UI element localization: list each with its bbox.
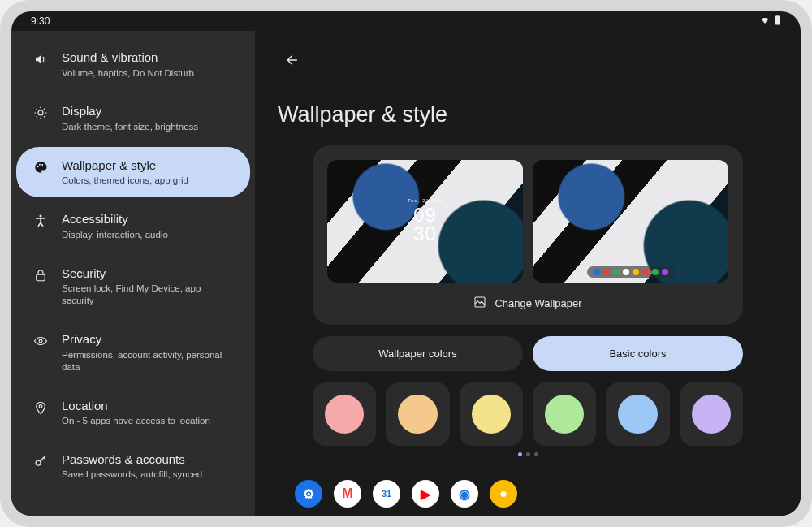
sidebar-item-title: Privacy [62, 331, 234, 348]
page-dot [534, 452, 538, 456]
sidebar-item-subtitle: Colors, themed icons, app grid [62, 175, 188, 187]
taskbar-app-calendar[interactable]: 31 [373, 480, 400, 508]
main-panel: Wallpaper & style Tue, 21 Feb 09 30 [255, 31, 801, 516]
status-icons [759, 15, 781, 28]
tab-wallpaper-label: Wallpaper colors [378, 348, 456, 360]
sidebar-item-subtitle: Volume, haptics, Do Not Disturb [62, 67, 194, 80]
color-circle [398, 395, 438, 434]
svg-rect-0 [775, 15, 780, 24]
palette-icon [32, 159, 49, 175]
color-circle [545, 395, 585, 434]
wifi-icon [759, 15, 771, 28]
tab-basic-colors[interactable]: Basic colors [533, 336, 743, 371]
location-icon [32, 400, 49, 416]
sidebar-item-passwords-accounts[interactable]: Passwords & accountsSaved passwords, aut… [16, 441, 250, 491]
sidebar-item-title: Display [62, 103, 198, 119]
svg-point-4 [39, 164, 41, 166]
change-wallpaper-button[interactable]: Change Wallpaper [327, 294, 728, 313]
svg-rect-1 [776, 15, 779, 15]
privacy-icon [32, 333, 49, 349]
key-icon [32, 453, 49, 469]
svg-rect-7 [37, 274, 45, 281]
body: Sound & vibrationVolume, haptics, Do Not… [11, 31, 801, 516]
color-circle [472, 395, 512, 434]
sidebar-item-subtitle: Saved passwords, autofill, synced [62, 469, 202, 481]
lock-icon [32, 267, 49, 283]
color-circle [325, 395, 365, 434]
wallpaper-previews: Tue, 21 Feb 09 30 [327, 160, 728, 283]
change-wallpaper-label: Change Wallpaper [495, 297, 581, 309]
sidebar-item-subtitle: Permissions, account activity, personal … [62, 349, 234, 374]
status-time: 9:30 [31, 15, 50, 27]
sidebar-item-security[interactable]: SecurityScreen lock, Find My Device, app… [16, 255, 250, 317]
color-swatch-4[interactable] [606, 382, 669, 446]
sidebar-item-sound-vibration[interactable]: Sound & vibrationVolume, haptics, Do Not… [16, 39, 250, 89]
taskbar-app-chrome[interactable]: ◉ [451, 480, 478, 508]
accessibility-icon [32, 213, 49, 229]
color-swatch-5[interactable] [680, 382, 743, 446]
page-dot [526, 452, 530, 456]
page-dot [518, 452, 522, 456]
svg-point-3 [37, 166, 39, 167]
sidebar-item-title: Location [62, 398, 210, 414]
lockscreen-clock: Tue, 21 Feb 09 30 [327, 160, 523, 283]
sidebar-item-subtitle: Display, interaction, audio [62, 229, 168, 241]
battery-icon [774, 15, 781, 28]
color-circle [692, 395, 732, 434]
sidebar-item-accessibility[interactable]: AccessibilityDisplay, interaction, audio [16, 201, 250, 251]
sidebar-item-privacy[interactable]: PrivacyPermissions, account activity, pe… [16, 321, 250, 383]
back-button[interactable] [278, 45, 307, 75]
clock-min: 30 [413, 225, 437, 244]
sidebar-item-subtitle: Screen lock, Find My Device, app securit… [62, 283, 234, 307]
color-source-tabs: Wallpaper colors Basic colors [313, 336, 743, 371]
page-title: Wallpaper & style [278, 102, 778, 127]
svg-point-9 [39, 404, 42, 408]
taskbar-app-youtube[interactable]: ▶ [412, 480, 439, 508]
sidebar-item-location[interactable]: LocationOn - 5 apps have access to locat… [16, 387, 250, 438]
tablet-frame: 9:30 Sound & vibrationVolume, haptics, D… [0, 0, 812, 527]
color-swatch-0[interactable] [313, 382, 376, 446]
svg-point-6 [40, 215, 42, 218]
sidebar-item-title: Passwords & accounts [62, 451, 202, 468]
sidebar-item-subtitle: Dark theme, font size, brightness [62, 121, 198, 133]
wallpaper-icon [473, 296, 486, 312]
preview-lockscreen[interactable]: Tue, 21 Feb 09 30 [327, 160, 523, 283]
taskbar-app-keep[interactable]: ● [490, 480, 517, 508]
brightness-icon [32, 105, 49, 121]
sidebar-item-title: Sound & vibration [62, 50, 194, 66]
preview-dock [587, 266, 675, 278]
sidebar-item-wallpaper-style[interactable]: Wallpaper & styleColors, themed icons, a… [16, 147, 250, 197]
tab-basic-label: Basic colors [609, 348, 666, 360]
settings-sidebar: Sound & vibrationVolume, haptics, Do Not… [11, 31, 255, 516]
wallpaper-card: Tue, 21 Feb 09 30 [313, 145, 743, 325]
tab-wallpaper-colors[interactable]: Wallpaper colors [313, 336, 523, 371]
svg-point-10 [36, 460, 41, 465]
status-bar: 9:30 [11, 11, 801, 31]
taskbar-app-gmail[interactable]: M [334, 480, 361, 508]
taskbar-app-settings[interactable]: ⚙ [295, 480, 322, 508]
svg-point-2 [38, 110, 43, 115]
page-indicator [518, 452, 538, 456]
sidebar-item-title: Wallpaper & style [62, 158, 188, 174]
color-swatches [313, 382, 743, 446]
sidebar-item-display[interactable]: DisplayDark theme, font size, brightness [16, 93, 250, 143]
screen: 9:30 Sound & vibrationVolume, haptics, D… [11, 11, 801, 516]
color-swatch-3[interactable] [533, 382, 596, 446]
sidebar-item-subtitle: On - 5 apps have access to location [62, 415, 210, 427]
svg-point-5 [41, 164, 43, 166]
sidebar-item-title: Security [62, 266, 234, 282]
clock-date: Tue, 21 Feb [408, 199, 443, 204]
preview-homescreen[interactable] [533, 160, 728, 283]
sidebar-item-title: Accessibility [62, 211, 168, 227]
color-swatch-2[interactable] [460, 382, 523, 446]
color-circle [618, 395, 658, 434]
svg-point-8 [39, 339, 42, 343]
color-swatch-1[interactable] [386, 382, 449, 446]
volume-icon [32, 51, 49, 67]
